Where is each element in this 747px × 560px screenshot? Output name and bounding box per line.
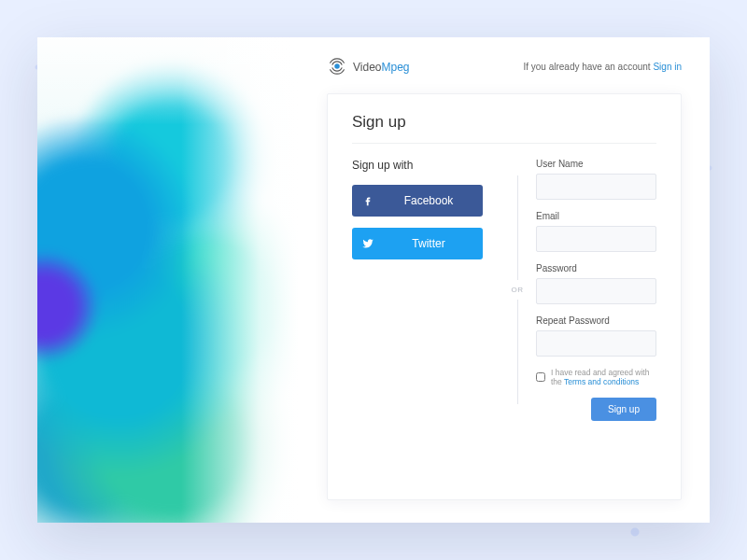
email-label: Email [536, 211, 656, 221]
signin-prompt: If you already have an account Sign in [523, 62, 682, 72]
facebook-button[interactable]: Facebook [352, 185, 483, 217]
signin-link[interactable]: Sign in [653, 62, 682, 72]
twitter-label: Twitter [384, 237, 483, 250]
facebook-label: Facebook [384, 194, 483, 207]
or-divider: OR [506, 159, 529, 421]
brand-text-2: Mpeg [381, 61, 409, 74]
terms-row: I have read and agreed with the Terms an… [536, 368, 656, 386]
username-label: User Name [536, 159, 656, 169]
form-column: User Name Email Password Repeat Password [529, 159, 656, 421]
twitter-icon [352, 237, 384, 250]
brand-logo[interactable]: VideoMpeg [327, 56, 410, 77]
svg-point-0 [334, 63, 340, 69]
signup-card: Sign up Sign up with Facebook Twitt [327, 93, 682, 500]
card-title: Sign up [352, 113, 656, 144]
facebook-icon [352, 194, 384, 207]
terms-link[interactable]: Terms and conditions [564, 377, 639, 386]
repeat-password-input[interactable] [536, 330, 656, 357]
password-label: Password [536, 263, 656, 273]
email-input[interactable] [536, 226, 656, 252]
password-input[interactable] [536, 278, 656, 304]
terms-checkbox[interactable] [536, 372, 545, 382]
social-label: Sign up with [352, 159, 506, 172]
brand-text-1: Video [353, 61, 381, 74]
main-panel: VideoMpeg If you already have an account… [299, 37, 710, 523]
username-input[interactable] [536, 174, 656, 200]
signin-text: If you already have an account [523, 62, 653, 72]
hero-image [37, 37, 299, 523]
social-column: Sign up with Facebook Twitter [352, 159, 506, 421]
or-label: OR [512, 280, 524, 300]
logo-icon [327, 56, 347, 77]
signup-window: VideoMpeg If you already have an account… [37, 37, 710, 523]
twitter-button[interactable]: Twitter [352, 228, 483, 259]
topbar: VideoMpeg If you already have an account… [327, 56, 682, 77]
signup-button[interactable]: Sign up [591, 398, 656, 421]
repeat-password-label: Repeat Password [536, 315, 656, 326]
